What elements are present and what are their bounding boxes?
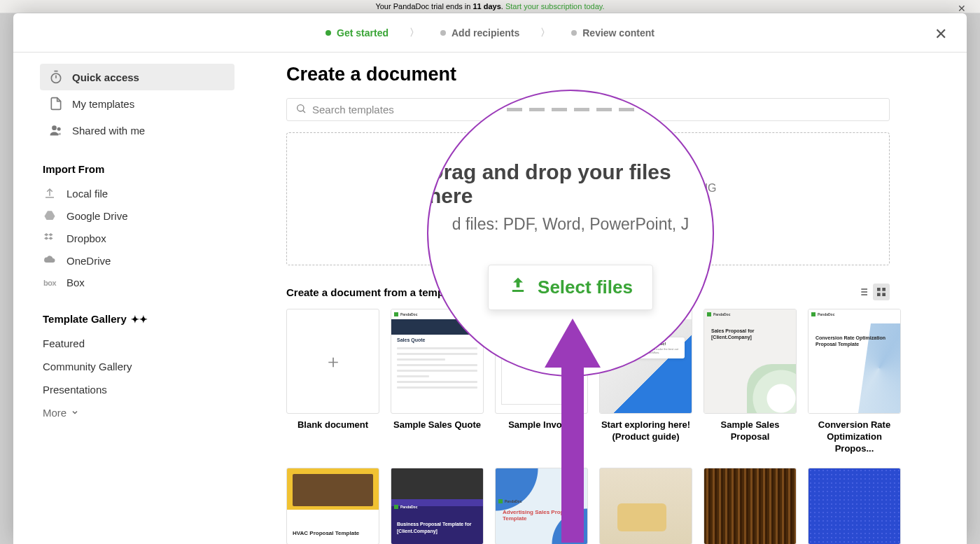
- step-dot-icon: [326, 30, 331, 36]
- file-dropzone[interactable]: Drag and drop your files here Supported …: [286, 132, 890, 265]
- trial-banner: Your PandaDoc trial ends in 11 days. Sta…: [0, 0, 980, 13]
- dropbox-icon: [43, 232, 57, 244]
- chevron-right-icon: 〉: [410, 27, 419, 39]
- svg-rect-6: [882, 288, 886, 291]
- template-card-sales-quote[interactable]: PandaDoc Sales Quote Sample Sales Quote: [391, 309, 484, 455]
- upload-icon: [549, 215, 561, 230]
- dropzone-title: Drag and drop your files here: [481, 161, 696, 179]
- import-item-label: Local file: [66, 188, 108, 200]
- template-card-blue[interactable]: [808, 468, 901, 544]
- view-toggle: [855, 284, 890, 300]
- sidebar-item-label: Shared with me: [72, 125, 145, 137]
- sidebar-item-label: My templates: [72, 98, 134, 110]
- gallery-heading-label: Template Gallery: [43, 313, 127, 325]
- import-box[interactable]: box Box: [40, 272, 234, 293]
- card-label: Sample Sales Quote: [393, 419, 481, 431]
- search-input[interactable]: Search templates: [286, 98, 890, 121]
- grid-view-button[interactable]: [873, 284, 890, 300]
- gallery-more[interactable]: More: [40, 401, 234, 424]
- template-card-sales-proposal[interactable]: PandaDoc Sales Proposal for [Client.Comp…: [704, 309, 797, 455]
- step-label: Get started: [337, 27, 388, 39]
- google-drive-icon: [43, 209, 57, 222]
- create-document-modal: Get started 〉 Add recipients 〉 Review co…: [13, 13, 967, 544]
- blue-thumbnail: [808, 468, 901, 544]
- onedrive-icon: [43, 254, 57, 267]
- trial-link[interactable]: Start your subscription today.: [505, 2, 605, 11]
- import-heading: Import From: [43, 163, 234, 175]
- step-dot-icon: [571, 30, 577, 36]
- svg-rect-4: [552, 225, 559, 226]
- sidebar-item-shared-with-me[interactable]: Shared with me: [40, 117, 234, 144]
- upload-icon: [43, 187, 57, 200]
- template-card-cro[interactable]: PandaDoc Conversion Rate Optimization Pr…: [808, 309, 901, 455]
- trial-days: 11 days: [472, 2, 500, 11]
- gallery-presentations[interactable]: Presentations: [40, 378, 234, 401]
- invoice-thumbnail: PandaDoc: [495, 309, 588, 414]
- sidebar-item-my-templates[interactable]: My templates: [40, 90, 234, 117]
- search-placeholder: Search templates: [312, 104, 394, 116]
- import-local-file[interactable]: Local file: [40, 182, 234, 204]
- search-icon: [295, 103, 307, 116]
- dropzone-subtitle: Supported files: PDF, Word, PowerPoint, …: [460, 182, 717, 195]
- adv-thumbnail: PandaDoc Advertising Sales Proposal Temp…: [495, 468, 588, 544]
- card-label: Start exploring here! (Product guide): [599, 419, 692, 443]
- gallery-featured[interactable]: Featured: [40, 332, 234, 355]
- modal-stepper: Get started 〉 Add recipients 〉 Review co…: [13, 13, 967, 53]
- document-icon: [48, 96, 64, 111]
- template-card-start-exploring[interactable]: PandaDoc Welcome to PandaDoc!This produc…: [599, 309, 692, 455]
- cro-thumbnail: PandaDoc Conversion Rate Optimization Pr…: [808, 309, 901, 414]
- import-item-label: Dropbox: [66, 232, 106, 244]
- svg-point-1: [52, 125, 57, 130]
- svg-point-0: [51, 74, 60, 83]
- people-icon: [48, 123, 64, 138]
- card-label: Blank document: [298, 419, 368, 431]
- sales-thumbnail: PandaDoc Sales Proposal for [Client.Comp…: [704, 309, 797, 414]
- trial-text-prefix: Your PandaDoc trial ends in: [375, 2, 472, 11]
- svg-rect-8: [882, 293, 886, 296]
- gallery-community[interactable]: Community Gallery: [40, 355, 234, 378]
- svg-point-3: [298, 105, 304, 111]
- step-review-content[interactable]: Review content: [571, 27, 654, 39]
- template-card-blank[interactable]: ＋ Blank document: [286, 309, 379, 455]
- page-title: Create a document: [286, 64, 890, 85]
- select-files-label: Select files: [568, 216, 627, 229]
- select-files-button[interactable]: Select files: [537, 209, 639, 237]
- card-label: Sample Invoice: [508, 419, 575, 431]
- step-dot-icon: [440, 30, 446, 36]
- sidebar-item-label: Quick access: [72, 71, 139, 83]
- biz-thumbnail: PandaDoc Business Proposal Template for …: [391, 468, 484, 544]
- step-label: Review content: [582, 27, 654, 39]
- template-card-hvac[interactable]: HVAC Proposal Template: [286, 468, 379, 544]
- gallery-more-label: More: [43, 407, 66, 419]
- svg-rect-7: [877, 293, 881, 296]
- box-icon: box: [43, 279, 57, 287]
- import-onedrive[interactable]: OneDrive: [40, 249, 234, 272]
- card-label: Sample Sales Proposal: [704, 419, 797, 443]
- import-google-drive[interactable]: Google Drive: [40, 204, 234, 227]
- import-dropbox[interactable]: Dropbox: [40, 227, 234, 249]
- step-add-recipients[interactable]: Add recipients: [440, 27, 519, 39]
- template-card-invoice[interactable]: PandaDoc Sample Invoice: [495, 309, 588, 455]
- hvac-thumbnail: HVAC Proposal Template: [286, 468, 379, 544]
- svg-point-2: [57, 127, 61, 131]
- template-gallery-heading: Template Gallery ✦✦: [43, 313, 234, 325]
- list-view-button[interactable]: [855, 284, 872, 300]
- import-item-label: Google Drive: [66, 210, 128, 222]
- main-content: Create a document Search templates Drag …: [251, 53, 967, 544]
- template-card-room[interactable]: [599, 468, 692, 544]
- template-card-advertising[interactable]: PandaDoc Advertising Sales Proposal Temp…: [495, 468, 588, 544]
- quote-thumbnail: PandaDoc Sales Quote: [391, 309, 484, 414]
- template-section-label: Create a document from a template, or: [286, 286, 478, 298]
- chevron-down-icon: [71, 407, 79, 419]
- close-button[interactable]: ✕: [930, 25, 951, 44]
- sidebar: Quick access My templates Shared with me…: [13, 53, 251, 544]
- template-card-wood[interactable]: [704, 468, 797, 544]
- template-card-business-proposal[interactable]: PandaDoc Business Proposal Template for …: [391, 468, 484, 544]
- sidebar-item-quick-access[interactable]: Quick access: [40, 64, 234, 90]
- card-label: Conversion Rate Optimization Propos...: [808, 419, 901, 455]
- sparkle-icon: ✦✦: [131, 314, 148, 325]
- import-item-label: Box: [66, 277, 85, 288]
- step-get-started[interactable]: Get started: [326, 27, 388, 39]
- blank-thumbnail: ＋: [286, 309, 379, 414]
- stopwatch-icon: [48, 69, 64, 85]
